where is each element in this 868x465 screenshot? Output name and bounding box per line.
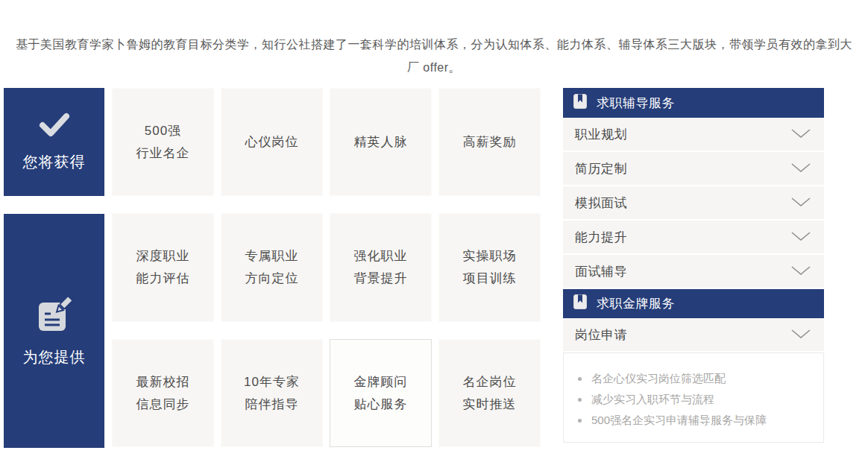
intro-text: 基于美国教育学家卜鲁姆的教育目标分类学，知行公社搭建了一套科学的培训体系，分为认… [13, 33, 855, 79]
card-high-salary: 高薪奖励 [438, 88, 541, 196]
obtain-label-box: 您将获得 [4, 88, 104, 196]
card-expert-guidance: 10年专家陪伴指导 [221, 339, 323, 447]
section-header-gold-service: 求职金牌服务 [563, 289, 824, 318]
card-background-boost: 强化职业背景提升 [330, 213, 432, 322]
services-panel: 求职辅导服务 职业规划 简历定制 模拟面试 能力提升 面试辅导 [563, 88, 824, 443]
chevron-down-icon [791, 264, 811, 279]
card-career-assessment: 深度职业能力评估 [112, 213, 214, 322]
provide-label-box: 为您提供 [4, 214, 104, 448]
bullet-dot [578, 419, 582, 423]
card-elite-network: 精英人脉 [330, 88, 432, 196]
check-icon [37, 113, 72, 141]
card-gold-consultant: 金牌顾问贴心服务 [330, 339, 432, 447]
section-title: 求职金牌服务 [597, 295, 675, 312]
chevron-down-icon [791, 327, 811, 342]
bullet-dot [578, 398, 582, 402]
section-header-coaching: 求职辅导服务 [563, 88, 824, 118]
bookmark-icon [573, 294, 587, 313]
accordion-item-mock-interview[interactable]: 模拟面试 [563, 186, 824, 219]
card-direction-positioning: 专属职业方向定位 [221, 213, 323, 322]
bullet-dot [578, 377, 582, 381]
edit-document-icon [34, 294, 75, 336]
list-item: 减少实习入职环节与流程 [578, 389, 816, 410]
section-title: 求职辅导服务 [597, 95, 675, 112]
card-desired-position: 心仪岗位 [221, 88, 323, 196]
accordion-item-career-planning[interactable]: 职业规划 [563, 118, 824, 151]
accordion-item-job-application[interactable]: 岗位申请 [563, 318, 824, 351]
accordion-item-interview-coaching[interactable]: 面试辅导 [563, 255, 824, 288]
chevron-down-icon [791, 161, 811, 176]
list-item: 名企心仪实习岗位筛选匹配 [578, 368, 816, 389]
card-campus-recruit-info: 最新校招信息同步 [112, 339, 214, 447]
list-item: 500强名企实习申请辅导服务与保障 [578, 410, 816, 431]
card-500-companies: 500强行业名企 [112, 88, 214, 196]
benefit-cards-grid: 500强行业名企 心仪岗位 精英人脉 高薪奖励 深度职业能力评估 专属职业方向定… [112, 88, 541, 447]
obtain-label: 您将获得 [23, 152, 86, 172]
chevron-down-icon [791, 230, 811, 244]
accordion-item-resume-customization[interactable]: 简历定制 [563, 152, 824, 185]
bookmark-icon [573, 94, 587, 113]
accordion-item-ability-improvement[interactable]: 能力提升 [563, 221, 824, 253]
card-project-training: 实操职场项目训练 [438, 213, 541, 322]
card-job-push: 名企岗位实时推送 [438, 339, 541, 447]
chevron-down-icon [791, 195, 811, 210]
chevron-down-icon [791, 127, 811, 142]
provide-label: 为您提供 [23, 347, 86, 367]
gold-service-details-box: 名企心仪实习岗位筛选匹配 减少实习入职环节与流程 500强名企实习申请辅导服务与… [563, 352, 824, 443]
